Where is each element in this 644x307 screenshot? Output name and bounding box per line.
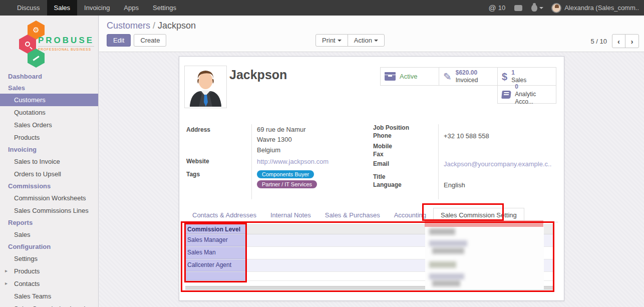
phone-value: +32 10 588 558 — [444, 132, 489, 140]
commission-level-cell[interactable]: Sales Man — [185, 247, 246, 259]
sidebar-item-sales-commission-levels[interactable]: Sales Commission Levels — [0, 302, 98, 307]
mention-count: 10 — [498, 4, 505, 12]
chevron-down-icon — [539, 7, 543, 11]
form-sheet: Jackpson Active ✎ $620.00Invoiced $ 1Sal… — [179, 56, 564, 301]
top-menu-invoicing[interactable]: Invoicing — [77, 0, 117, 16]
tags-label: Tags — [186, 171, 200, 178]
address-line1: 69 rue de Namur — [257, 126, 306, 133]
top-menu-apps[interactable]: Apps — [117, 0, 146, 16]
email-link[interactable]: Jackpson@yourcompany.example.c.. — [444, 160, 551, 168]
tag-components-buyer[interactable]: Components Buyer — [257, 170, 314, 178]
fax-label: Fax — [373, 151, 384, 158]
email-label: Email — [373, 160, 389, 167]
sidebar: ⚙ PROBUSE PROFESSIONAL BUSINESS Dashboar… — [0, 16, 99, 307]
top-menu-discuss[interactable]: Discuss — [10, 0, 47, 16]
pencil-icon: ✎ — [443, 72, 452, 82]
businessman-avatar-image — [186, 67, 225, 107]
commission-level-empty-cell — [185, 272, 246, 280]
print-dropdown-button[interactable]: Print — [315, 34, 348, 47]
user-menu[interactable]: Alexandra (Sales_comm.. — [564, 4, 639, 12]
sidebar-item-config-contacts[interactable]: ▸Contacts — [0, 277, 98, 290]
tab-sales-purchases[interactable]: Sales & Purchases — [318, 208, 387, 222]
commission-level-cell[interactable]: Sales Manager — [185, 234, 246, 246]
commission-level-cell[interactable]: Callcenter Agent — [185, 259, 246, 271]
breadcrumb-current: Jackpson — [158, 21, 196, 31]
title-label: Title — [373, 173, 385, 180]
topbar-right: @ 10 Alexandra (Sales_comm.. — [488, 0, 644, 16]
sidebar-heading-reports[interactable]: Reports — [0, 217, 98, 228]
top-menu-sales[interactable]: Sales — [47, 0, 78, 16]
analytic-accounts-stat-button[interactable]: 0Analytic Acco... — [497, 85, 556, 104]
dollar-icon: $ — [502, 72, 507, 82]
top-navbar: Discuss Sales Invoicing Apps Settings @ … — [0, 0, 644, 16]
commission-level-header[interactable]: Commission Level — [185, 224, 246, 234]
sidebar-item-sales-orders[interactable]: Sales Orders — [0, 119, 98, 131]
address-label: Address — [186, 126, 210, 133]
user-avatar[interactable] — [551, 3, 561, 13]
tab-contacts-addresses[interactable]: Contacts & Addresses — [185, 208, 263, 222]
sidebar-item-reports-sales[interactable]: Sales — [0, 228, 98, 241]
sidebar-item-sales-to-invoice[interactable]: Sales to Invoice — [0, 155, 98, 168]
active-label: Active — [400, 73, 417, 80]
at-icon: @ — [488, 4, 496, 12]
sidebar-item-config-products[interactable]: ▸Products — [0, 265, 98, 277]
language-value: English — [444, 181, 465, 189]
language-label: Language — [373, 181, 402, 188]
breadcrumb-customers[interactable]: Customers — [107, 21, 150, 31]
address-line3: Belgium — [257, 146, 280, 154]
sidebar-heading-configuration[interactable]: Configuration — [0, 241, 98, 252]
address-line2: Wavre 1300 — [257, 136, 292, 143]
website-link[interactable]: http://www.jackpson.com — [257, 158, 329, 165]
sidebar-heading-invoicing[interactable]: Invoicing — [0, 144, 98, 155]
app-window: Discuss Sales Invoicing Apps Settings @ … — [0, 0, 644, 307]
sidebar-item-customers[interactable]: Customers — [0, 94, 98, 106]
job-position-label: Job Position — [373, 124, 409, 131]
edit-button[interactable]: Edit — [107, 34, 131, 47]
sidebar-item-orders-to-upsell[interactable]: Orders to Upsell — [0, 168, 98, 180]
sidebar-item-quotations[interactable]: Quotations — [0, 106, 98, 119]
top-menu: Discuss Sales Invoicing Apps Settings — [0, 0, 183, 16]
action-dropdown-button[interactable]: Action — [348, 34, 385, 47]
debug-menu[interactable] — [531, 5, 543, 12]
sidebar-heading-sales[interactable]: Sales — [0, 82, 98, 94]
customer-photo[interactable] — [184, 66, 227, 108]
active-toggle-button[interactable]: Active — [380, 67, 439, 86]
redacted-column — [425, 220, 544, 289]
book-icon — [501, 91, 511, 99]
tab-internal-notes[interactable]: Internal Notes — [263, 208, 318, 222]
chevron-down-icon — [374, 40, 378, 44]
sidebar-item-settings[interactable]: Settings — [0, 252, 98, 265]
sidebar-item-sales-teams[interactable]: Sales Teams — [0, 290, 98, 302]
pager-count: 5 / 10 — [590, 38, 607, 45]
sidebar-nav: Dashboard Sales Customers Quotations Sal… — [0, 71, 98, 307]
archive-box-icon — [385, 72, 396, 81]
sidebar-heading-dashboard[interactable]: Dashboard — [0, 71, 98, 82]
expand-arrow-icon[interactable]: ▸ — [5, 268, 8, 273]
content-area: Jackpson Active ✎ $620.00Invoiced $ 1Sal… — [99, 52, 644, 307]
sidebar-item-products[interactable]: Products — [0, 131, 98, 144]
website-label: Website — [186, 158, 209, 165]
pager-next-button[interactable]: › — [625, 35, 638, 48]
mobile-label: Mobile — [373, 143, 392, 150]
sidebar-heading-commissions[interactable]: Commissions — [0, 180, 98, 192]
bug-icon — [531, 5, 537, 12]
blurred-values — [425, 220, 544, 289]
sidebar-item-commission-worksheets[interactable]: Commission Worksheets — [0, 192, 98, 204]
tag-partner-it-services[interactable]: Partner / IT Services — [257, 180, 317, 188]
invoiced-stat-button[interactable]: ✎ $620.00Invoiced — [439, 67, 498, 86]
breadcrumb: Customers / Jackpson — [107, 21, 196, 31]
mentions-button[interactable]: @ 10 — [488, 4, 505, 12]
tab-accounting[interactable]: Accounting — [387, 208, 433, 222]
phone-label: Phone — [373, 132, 392, 139]
logo-title: PROBUSE — [38, 36, 94, 46]
pager-previous-button[interactable]: ‹ — [612, 35, 625, 48]
field-group-left: Address 69 rue de Namur Wavre 1300 Belgi… — [186, 124, 367, 199]
logo-subtitle: PROFESSIONAL BUSINESS — [38, 46, 94, 51]
page-title: Jackpson — [229, 68, 287, 82]
top-menu-settings[interactable]: Settings — [146, 0, 183, 16]
sidebar-item-sales-commissions-lines[interactable]: Sales Commissions Lines — [0, 204, 98, 217]
create-button[interactable]: Create — [134, 34, 166, 47]
expand-arrow-icon[interactable]: ▸ — [5, 280, 8, 286]
messages-icon[interactable] — [514, 5, 522, 11]
probuse-logo: ⚙ PROBUSE PROFESSIONAL BUSINESS — [0, 20, 98, 64]
